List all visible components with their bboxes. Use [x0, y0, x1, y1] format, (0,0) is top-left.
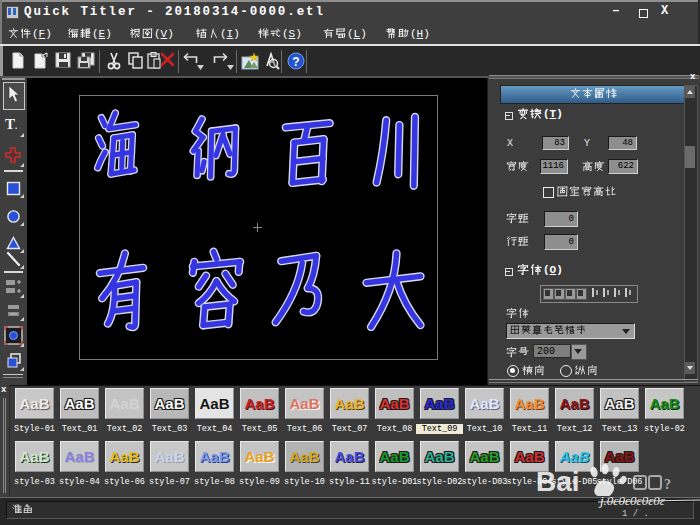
svg-text:?: ? [292, 55, 299, 69]
svg-text:Bai: Bai [536, 466, 580, 496]
svg-text:?: ? [664, 477, 671, 492]
